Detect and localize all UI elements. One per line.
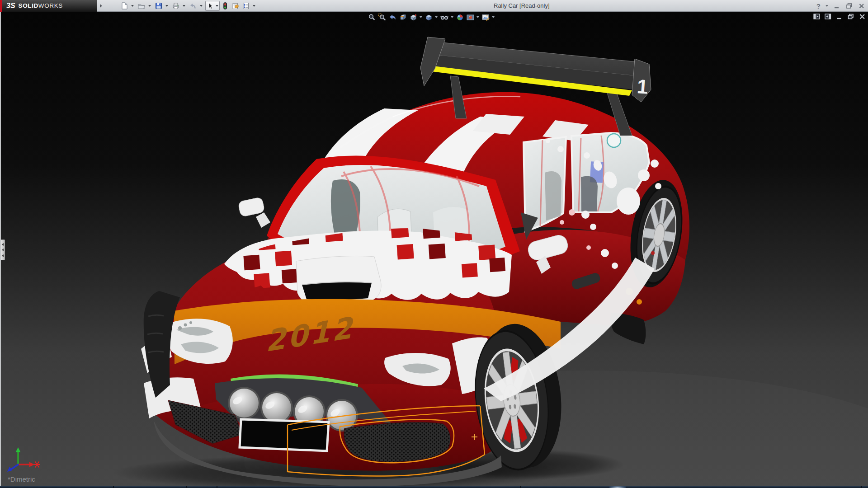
help-dropdown[interactable] [826, 5, 828, 7]
logo-mark: 3S [6, 2, 15, 10]
minimize-button[interactable] [833, 2, 840, 9]
headsup-view-toolbar [367, 12, 495, 22]
solidworks-window: 3S SOLIDWORKS [0, 0, 868, 488]
logo-red-accent [0, 0, 2, 12]
print-button[interactable] [171, 1, 181, 11]
graphics-viewport[interactable]: 2012 [0, 12, 868, 486]
new-document-button[interactable] [119, 1, 129, 11]
options-button[interactable] [241, 1, 251, 11]
car-number-decal: 1 [636, 75, 649, 98]
options-icon [242, 2, 250, 10]
collapse-arrow-icon [2, 243, 4, 246]
taskbar-divider [861, 486, 862, 488]
view-settings-icon [481, 13, 490, 22]
restore-button[interactable] [845, 2, 853, 9]
rebuild-traffic-light-icon [221, 2, 229, 10]
taskbar-divider [217, 486, 217, 488]
titlebar: 3S SOLIDWORKS [0, 0, 868, 12]
new-dropdown[interactable] [131, 5, 134, 7]
collapsed-panel-tab[interactable] [1, 239, 5, 260]
open-button[interactable] [137, 1, 146, 11]
design-binder-button[interactable] [231, 1, 241, 11]
toolbar-flyout-button[interactable] [98, 1, 104, 11]
zoom-to-fit-button[interactable] [367, 13, 377, 22]
section-view-icon [399, 13, 407, 22]
section-view-button[interactable] [398, 13, 408, 22]
taskbar-glow [609, 486, 626, 488]
select-button[interactable] [205, 1, 220, 11]
brand-text: SOLIDWORKS [19, 2, 63, 9]
save-button[interactable] [154, 1, 164, 11]
minimize-document-button[interactable] [836, 13, 843, 20]
solidworks-logo: 3S SOLIDWORKS [0, 0, 97, 12]
brand-light: WORKS [38, 2, 63, 9]
view-orientation-button[interactable] [409, 13, 418, 22]
edit-appearance-button[interactable] [455, 13, 465, 22]
collapse-arrow-icon [2, 249, 4, 251]
edit-appearance-icon [456, 13, 464, 22]
view-settings-dropdown[interactable] [492, 16, 495, 18]
expand-feature-pane-button[interactable] [813, 13, 820, 20]
previous-view-button[interactable] [388, 13, 397, 22]
fuel-cap [607, 134, 621, 147]
zoom-to-fit-icon [368, 13, 376, 22]
print-icon [172, 2, 180, 10]
titlebar-window-controls: ? [816, 0, 865, 12]
select-cursor-icon [206, 2, 214, 10]
apply-scene-button[interactable] [466, 13, 475, 22]
new-document-icon [120, 2, 128, 10]
hide-show-items-icon [440, 13, 449, 22]
undo-dropdown[interactable] [200, 5, 203, 7]
rebuild-button[interactable] [220, 1, 230, 11]
taskbar-divider [113, 486, 114, 488]
open-icon [137, 2, 146, 10]
view-orientation-icon [409, 13, 418, 22]
apply-scene-dropdown[interactable] [476, 16, 479, 18]
orientation-label: *Dimetric [8, 475, 35, 483]
standard-toolbar [119, 0, 258, 12]
collapse-arrow-icon [2, 254, 4, 257]
save-dropdown[interactable] [165, 5, 168, 7]
print-dropdown[interactable] [183, 5, 185, 7]
design-binder-icon [231, 2, 240, 10]
save-icon [155, 2, 163, 10]
license-plate [240, 419, 329, 451]
close-button[interactable] [858, 2, 865, 9]
scene-canvas[interactable]: 2012 [1, 12, 868, 486]
options-dropdown[interactable] [253, 5, 255, 7]
view-orientation-dropdown[interactable] [420, 16, 422, 18]
display-style-button[interactable] [424, 13, 434, 22]
zoom-to-area-button[interactable] [377, 13, 387, 22]
hood-scoop [296, 256, 381, 305]
help-button[interactable]: ? [816, 2, 821, 10]
bottom-taskbar-edge [0, 486, 868, 488]
undo-icon [189, 2, 197, 10]
taskbar-divider [520, 486, 521, 488]
document-window-controls [813, 13, 866, 20]
zoom-to-area-icon [378, 13, 387, 22]
close-document-button[interactable] [859, 13, 866, 20]
display-style-icon [425, 13, 433, 22]
view-settings-button[interactable] [481, 13, 491, 22]
hide-show-items-button[interactable] [439, 13, 449, 22]
display-style-dropdown[interactable] [435, 16, 438, 18]
taskbar-divider [186, 486, 187, 488]
expand-display-pane-button[interactable] [825, 13, 831, 20]
select-dropdown[interactable] [216, 5, 218, 7]
restore-document-button[interactable] [847, 13, 854, 20]
brand-bold: SOLID [19, 2, 38, 9]
apply-scene-icon [466, 13, 475, 22]
flyout-arrow-icon [100, 4, 102, 8]
previous-view-icon [388, 13, 397, 22]
document-title: Rally Car [Read-only] [494, 0, 550, 12]
undo-button[interactable] [188, 1, 198, 11]
hide-show-dropdown[interactable] [451, 16, 453, 18]
open-dropdown[interactable] [148, 5, 151, 7]
